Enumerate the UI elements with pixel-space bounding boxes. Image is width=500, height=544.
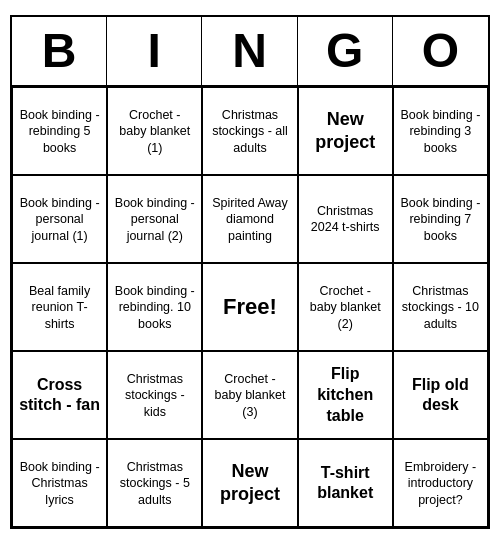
bingo-cell-14: Christmas stockings - 10 adults: [393, 263, 488, 351]
bingo-letter-b: B: [12, 17, 107, 86]
bingo-cell-17: Crochet - baby blanket (3): [202, 351, 297, 439]
bingo-cell-2: Christmas stockings - all adults: [202, 87, 297, 175]
bingo-cell-18: Flip kitchen table: [298, 351, 393, 439]
bingo-cell-6: Book binding - personal journal (2): [107, 175, 202, 263]
bingo-cell-4: Book binding - rebinding 3 books: [393, 87, 488, 175]
bingo-cell-0: Book binding - rebinding 5 books: [12, 87, 107, 175]
bingo-cell-19: Flip old desk: [393, 351, 488, 439]
bingo-cell-5: Book binding - personal journal (1): [12, 175, 107, 263]
bingo-cell-3: New project: [298, 87, 393, 175]
bingo-cell-10: Beal family reunion T-shirts: [12, 263, 107, 351]
bingo-letter-n: N: [202, 17, 297, 86]
bingo-cell-20: Book binding - Christmas lyrics: [12, 439, 107, 527]
bingo-cell-12: Free!: [202, 263, 297, 351]
bingo-cell-11: Book binding - rebinding. 10 books: [107, 263, 202, 351]
bingo-cell-23: T-shirt blanket: [298, 439, 393, 527]
bingo-header: BINGO: [12, 17, 488, 88]
bingo-cell-13: Crochet - baby blanket (2): [298, 263, 393, 351]
bingo-cell-21: Christmas stockings - 5 adults: [107, 439, 202, 527]
bingo-cell-22: New project: [202, 439, 297, 527]
bingo-letter-g: G: [298, 17, 393, 86]
bingo-cell-16: Christmas stockings - kids: [107, 351, 202, 439]
bingo-grid: Book binding - rebinding 5 booksCrochet …: [12, 87, 488, 527]
bingo-cell-15: Cross stitch - fan: [12, 351, 107, 439]
bingo-cell-1: Crochet - baby blanket (1): [107, 87, 202, 175]
bingo-letter-i: I: [107, 17, 202, 86]
bingo-cell-7: Spirited Away diamond painting: [202, 175, 297, 263]
bingo-cell-9: Book binding - rebinding 7 books: [393, 175, 488, 263]
bingo-cell-8: Christmas 2024 t-shirts: [298, 175, 393, 263]
bingo-cell-24: Embroidery - introductory project?: [393, 439, 488, 527]
bingo-card: BINGO Book binding - rebinding 5 booksCr…: [10, 15, 490, 530]
bingo-letter-o: O: [393, 17, 488, 86]
